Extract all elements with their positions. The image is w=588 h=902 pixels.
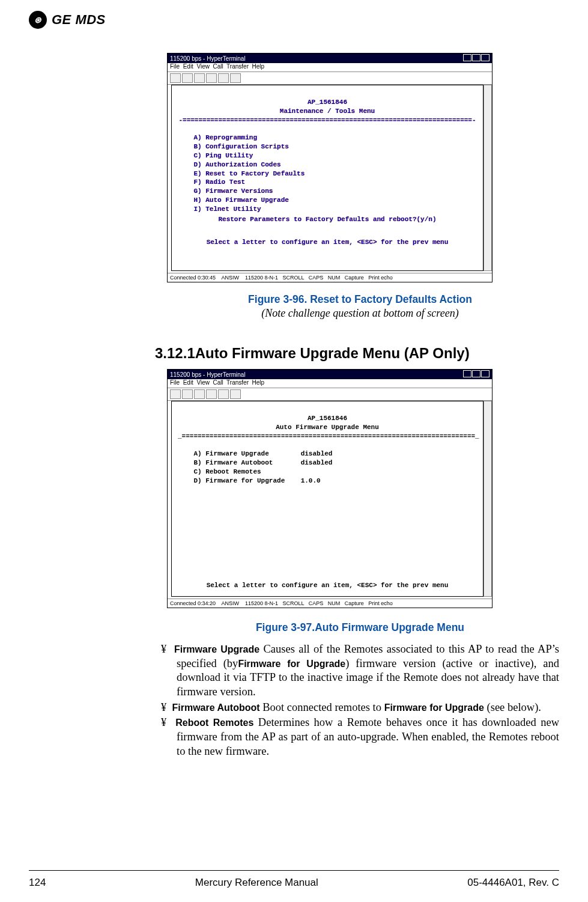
menu-item-h: H) Auto Firmware Upgrade xyxy=(193,197,288,204)
section-heading: 3.12.1Auto Firmware Upgrade Menu (AP Onl… xyxy=(155,345,559,362)
scrollbar xyxy=(483,401,492,597)
bullet-reboot-remotes: ¥ Reboot Remotes Determines how a Remote… xyxy=(161,716,559,758)
term-header-1: AP_1561846 xyxy=(178,98,477,107)
menu-item-d: D) Authorization Codes xyxy=(193,161,280,168)
menu-item-c: C) Reboot Remotes xyxy=(193,468,261,475)
window-toolbar xyxy=(168,388,492,401)
menu-item-e: E) Reset to Factory Defaults xyxy=(193,170,305,177)
figure-caption-2: Figure 3-97.Auto Firmware Upgrade Menu xyxy=(161,621,559,634)
window-toolbar xyxy=(168,72,492,85)
menu-item-d: D) Firmware for Upgrade 1.0.0 xyxy=(193,477,320,484)
page-number: 124 xyxy=(29,877,46,889)
menu-item-c: C) Ping Utility xyxy=(193,152,253,159)
ge-logo-icon: ⊛ xyxy=(29,11,47,29)
window-menubar: File Edit View Call Transfer Help xyxy=(168,63,492,72)
terminal-window-2: 115200 bps - HyperTerminal File Edit Vie… xyxy=(167,369,493,608)
bullet-label: Firmware Autoboot xyxy=(172,702,260,713)
bullet-marker: ¥ xyxy=(161,643,166,655)
term-separator: -=======================================… xyxy=(178,116,477,125)
window-statusbar: Connected 0:34:20 ANSIW 115200 8-N-1 SCR… xyxy=(168,599,492,608)
term-separator: _=======================================… xyxy=(178,432,477,441)
bullet-marker: ¥ xyxy=(161,716,166,728)
scrollbar xyxy=(483,85,492,271)
bullet-firmware-upgrade: ¥ Firmware Upgrade Causes all of the Rem… xyxy=(161,642,559,699)
inline-label: Firmware for Upgrade xyxy=(238,659,345,669)
term-header-2: Maintenance / Tools Menu xyxy=(178,107,477,116)
menu-item-b: B) Firmware Autoboot disabled xyxy=(193,459,332,466)
terminal-body: AP_1561846Auto Firmware Upgrade Menu_===… xyxy=(171,401,483,597)
bullet-label: Firmware Upgrade xyxy=(174,644,259,654)
confirm-prompt: Restore Parameters to Factory Defaults a… xyxy=(178,215,477,224)
window-titlebar: 115200 bps - HyperTerminal xyxy=(168,370,492,379)
brand-text: GE MDS xyxy=(52,12,106,28)
figure-subcaption-1: (Note challenge question at bottom of sc… xyxy=(161,307,559,320)
window-statusbar: Connected 0:30:45 ANSIW 115200 8-N-1 SCR… xyxy=(168,273,492,282)
nav-hint: Select a letter to configure an item, <E… xyxy=(178,581,477,590)
terminal-body: AP_1561846Maintenance / Tools Menu-=====… xyxy=(171,85,483,271)
bullet-marker: ¥ xyxy=(161,701,166,713)
menu-item-a: A) Firmware Upgrade disabled xyxy=(193,450,332,457)
window-buttons xyxy=(462,54,489,62)
bullet-text: Boot connected remotes to xyxy=(262,701,384,713)
window-title: 115200 bps - HyperTerminal xyxy=(170,55,246,62)
bullet-label: Reboot Remotes xyxy=(175,718,253,728)
window-menubar: File Edit View Call Transfer Help xyxy=(168,379,492,388)
brand-header: ⊛ GE MDS xyxy=(29,11,559,29)
nav-hint: Select a letter to configure an item, <E… xyxy=(178,238,477,247)
doc-title: Mercury Reference Manual xyxy=(195,877,318,889)
page-footer: 124 Mercury Reference Manual 05-4446A01,… xyxy=(29,870,559,889)
window-titlebar: 115200 bps - HyperTerminal xyxy=(168,53,492,63)
figure-caption-1: Figure 3-96. Reset to Factory Defaults A… xyxy=(161,293,559,306)
bullet-firmware-autoboot: ¥ Firmware Autoboot Boot connected remot… xyxy=(161,701,559,715)
bullet-list: ¥ Firmware Upgrade Causes all of the Rem… xyxy=(161,642,559,758)
menu-item-b: B) Configuration Scripts xyxy=(193,143,288,150)
term-header-1: AP_1561846 xyxy=(178,414,477,423)
term-header-2: Auto Firmware Upgrade Menu xyxy=(178,423,477,432)
window-title: 115200 bps - HyperTerminal xyxy=(170,371,246,378)
menu-item-f: F) Radio Test xyxy=(193,178,245,186)
bullet-text: (see below). xyxy=(484,701,541,713)
doc-revision: 05-4446A01, Rev. C xyxy=(467,877,559,889)
window-buttons xyxy=(462,370,489,379)
menu-item-g: G) Firmware Versions xyxy=(193,187,273,195)
inline-label: Firmware for Upgrade xyxy=(384,702,484,713)
menu-item-a: A) Reprogramming xyxy=(193,134,257,141)
terminal-window-1: 115200 bps - HyperTerminal File Edit Vie… xyxy=(167,53,493,282)
menu-item-i: I) Telnet Utility xyxy=(193,206,261,213)
